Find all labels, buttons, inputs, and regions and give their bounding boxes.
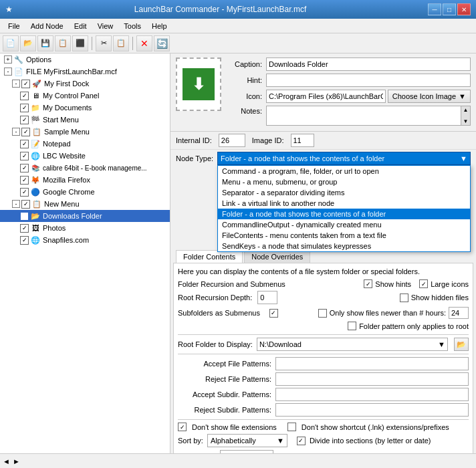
divide-cb[interactable] [297, 437, 306, 445]
menu-addnode[interactable]: Add Node [25, 21, 69, 31]
tree-expand-sample[interactable]: - [12, 128, 20, 136]
tree-cb-dock[interactable] [21, 80, 30, 88]
toolbar-btn9[interactable]: 🔄 [154, 35, 170, 51]
scroll-left-btn[interactable]: ◄ [3, 457, 10, 465]
dock-icon: 🚀 [31, 78, 42, 89]
image-id-input[interactable] [291, 134, 314, 147]
tree-options[interactable]: + 🔧 Options [0, 53, 170, 66]
option-folder[interactable]: Folder - a node that shows the contents … [218, 209, 470, 219]
tree-cb-downloads[interactable] [20, 212, 29, 221]
tree-cb-calibre[interactable] [20, 164, 29, 172]
tree-item-lbc[interactable]: 🌐 LBC Website [0, 150, 170, 162]
tree-item-photos[interactable]: 🖼 Photos [0, 222, 170, 234]
menu-edit[interactable]: Edit [69, 21, 92, 31]
option-cmdoutput[interactable]: CommandlineOutput - dynamically created … [218, 219, 470, 230]
tree-expand-newmenu[interactable]: - [12, 200, 20, 208]
tree-item-startmenu[interactable]: 🏁 Start Menu [0, 114, 170, 126]
option-command[interactable]: Command - a program, file, folder, or ur… [218, 166, 470, 177]
menu-file[interactable]: File [3, 21, 25, 31]
tree-item-samplemenu[interactable]: - 📋 Sample Menu [0, 126, 170, 138]
toolbar-btn8[interactable]: ✕ [136, 35, 152, 51]
tree-cb-newmenu[interactable] [21, 200, 30, 209]
menu-tools[interactable]: Tools [118, 21, 146, 31]
accept-subdir-input[interactable] [275, 388, 469, 401]
tree-cb-cp[interactable] [20, 92, 29, 100]
tree-cb-photos[interactable] [20, 224, 29, 233]
no-shortcut-cb[interactable] [287, 423, 296, 431]
subfolders-cb[interactable] [269, 309, 278, 318]
tree-item-chrome[interactable]: 🔵 Google Chrome [0, 186, 170, 198]
hours-input[interactable] [449, 307, 469, 319]
window-title: LaunchBar Commander - MyFirstLaunchBar.m… [13, 5, 428, 14]
tree-expand-file[interactable]: - [4, 68, 12, 76]
menu-help[interactable]: Help [146, 21, 172, 31]
root-folder-select[interactable]: N:\Download ▼ [257, 338, 448, 351]
hint-input[interactable] [266, 74, 471, 87]
root-depth-input[interactable] [257, 291, 277, 304]
toolbar-open[interactable]: 📂 [20, 35, 36, 51]
tree-item-mydocs[interactable]: 📁 My Documents [0, 102, 170, 114]
folder-pattern-row: Folder pattern only applies to root [178, 322, 469, 330]
tree-item-downloads[interactable]: 📂 Downloads Folder [0, 210, 170, 222]
tree-item-calibre[interactable]: 📚 calibre 64bit - E-book manageme... [0, 162, 170, 174]
toolbar-btn6[interactable]: ✂ [96, 35, 112, 51]
tree-item-notepad[interactable]: 📝 Notepad [0, 138, 170, 150]
internal-id-input[interactable] [219, 134, 245, 147]
timestamp-select[interactable]: None ▼ [220, 450, 273, 453]
toolbar-btn7[interactable]: 📋 [113, 35, 129, 51]
folder-pattern-cb[interactable] [348, 322, 356, 330]
icon-input[interactable] [266, 90, 386, 103]
toolbar-btn5[interactable]: ⬛ [72, 35, 88, 51]
option-separator[interactable]: Separator - a separator dividing items [218, 187, 470, 198]
tree-item-snapfiles[interactable]: 🌐 Snapfiles.com [0, 234, 170, 246]
tree-cb-snapfiles[interactable] [20, 236, 29, 245]
toolbar-save[interactable]: 💾 [37, 35, 53, 51]
option-sendkeys[interactable]: SendKeys - a node that simulates keypres… [218, 241, 470, 251]
minimize-button[interactable]: ─ [428, 3, 441, 15]
tree-item-firefox[interactable]: 🦊 Mozilla Firefox [0, 174, 170, 186]
tree-item-controlpanel[interactable]: 🖥 My Control Panel [0, 90, 170, 102]
node-type-select[interactable]: Folder - a node that shows the contents … [217, 152, 471, 165]
tree-file-root[interactable]: - 📄 FILE MyFirstLaunchBar.mcf [0, 66, 170, 78]
sort-by-arrow: ▼ [277, 437, 284, 445]
tree-cb-docs[interactable] [20, 104, 29, 112]
large-icons-cb[interactable] [419, 279, 428, 288]
scroll-right-btn[interactable]: ► [13, 457, 20, 465]
node-type-container: Folder - a node that shows the contents … [217, 152, 471, 165]
tree-cb-start[interactable] [20, 116, 29, 124]
tree-first-dock[interactable]: - 🚀 My First Dock [0, 78, 170, 90]
close-button[interactable]: ✕ [457, 3, 471, 15]
tree-cb-notepad[interactable] [20, 140, 29, 148]
tree-expand-dock[interactable]: - [12, 80, 20, 88]
browse-button[interactable]: 📂 [454, 338, 469, 351]
root-folder-arrow: ▼ [438, 340, 445, 348]
tree-chrome-label: Google Chrome [43, 188, 95, 196]
tree-cb-firefox[interactable] [20, 176, 29, 185]
option-filecontents[interactable]: FileContents - menu contents taken from … [218, 230, 470, 241]
tree-item-newmenu[interactable]: - 📋 New Menu [0, 198, 170, 210]
choose-icon-button[interactable]: Choose Icon Image ▼ [388, 90, 471, 103]
option-menu[interactable]: Menu - a menu, submenu, or group [218, 177, 470, 187]
caption-input[interactable] [266, 57, 471, 71]
notes-textarea[interactable] [267, 106, 470, 125]
toolbar-new[interactable]: 📄 [3, 35, 19, 51]
timestamp-value: None [223, 453, 241, 453]
only-newer-cb[interactable] [318, 309, 327, 318]
no-extensions-cb[interactable] [178, 423, 187, 431]
tree-cb-chrome[interactable] [20, 188, 29, 197]
show-hints-cb[interactable] [364, 279, 372, 288]
reject-file-input[interactable] [275, 372, 469, 386]
accept-file-input[interactable] [275, 357, 469, 370]
tab-content: Here you can display the contents of a f… [173, 263, 473, 453]
sort-by-select[interactable]: Alphabetically ▼ [207, 434, 287, 447]
caption-row: Caption: [225, 57, 471, 71]
show-hidden-cb[interactable] [400, 294, 408, 302]
tree-cb-sample[interactable] [21, 128, 30, 136]
reject-subdir-input[interactable] [275, 403, 469, 417]
toolbar-btn4[interactable]: 📋 [55, 35, 71, 51]
tree-cb-lbc[interactable] [20, 152, 29, 160]
option-link[interactable]: Link - a virtual link to another node [218, 198, 470, 209]
tree-expand-options[interactable]: + [4, 55, 12, 64]
maximize-button[interactable]: □ [443, 3, 456, 15]
menu-view[interactable]: View [92, 21, 119, 31]
